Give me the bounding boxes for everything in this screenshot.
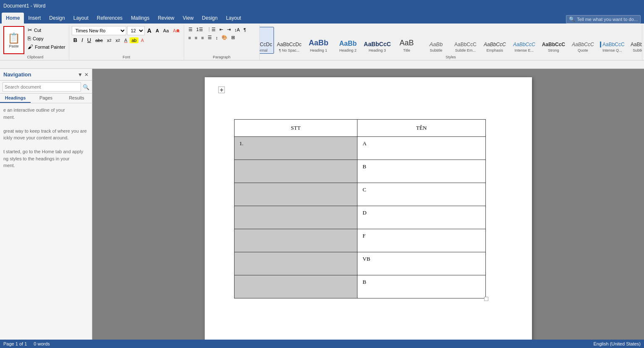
table-cell-name-0[interactable]: A [357,137,485,160]
table-cell-name-1[interactable]: B [357,160,485,183]
bold-button[interactable]: B [72,36,79,44]
font-case-button[interactable]: Aa [162,27,170,34]
ribbon-tab-layout2[interactable]: Layout [222,13,245,24]
table-cell-stt-1[interactable] [234,160,357,183]
ribbon-tab-design2[interactable]: Design [198,13,222,24]
paragraph-group-label: Paragraph [184,55,259,59]
ribbon-tab-mailings[interactable]: Mailings [127,13,154,24]
tell-me-wrapper[interactable]: 🔍 Tell me what you want to do... [566,15,641,24]
font-color-button[interactable]: A [123,37,129,44]
table-cell-stt-2[interactable] [234,183,357,206]
show-marks-button[interactable]: ¶ [242,26,248,33]
style-item-title[interactable]: AaBTitle [392,27,421,54]
table-cell-name-2[interactable]: C [357,183,485,206]
nav-tab-results[interactable]: Results [61,94,92,103]
font-grow-button[interactable]: A [146,26,153,35]
table-move-handle[interactable]: ✛ [218,86,225,93]
clear-format-button[interactable]: A⬤ [171,27,181,34]
table-header-row: STT TÊN [234,120,485,137]
ribbon-tab-references[interactable]: References [93,13,127,24]
style-item-h2[interactable]: AaBbHeading 2 [334,27,362,54]
table-resize-handle[interactable] [484,297,488,301]
underline-button[interactable]: U [86,36,93,44]
nav-tab-pages[interactable]: Pages [31,94,61,103]
style-item-h1[interactable]: AaBbHeading 1 [304,27,333,54]
styles-group: AaBbCcDc¶ NormalAaBbCcDc¶ No Spac...AaBb… [260,25,642,60]
numbering-button[interactable]: 1☰ [195,26,205,33]
cut-button[interactable]: ✂ Cut [26,26,67,34]
style-preview-quote: AaBbCcC [572,42,594,47]
ribbon-tab-view[interactable]: View [179,13,198,24]
sort-button[interactable]: ↕A [233,26,242,33]
nav-content-line2: ment. [3,114,89,121]
ribbon-tab-review[interactable]: Review [154,13,178,24]
nav-search-button[interactable]: 🔍 [83,84,89,90]
style-item-intense-q[interactable]: AaBbCcCIntense Q... [598,27,626,54]
style-item-nospace[interactable]: AaBbCcDc¶ No Spac... [275,27,303,54]
nav-search-input[interactable] [3,82,81,92]
table-cell-name-3[interactable]: D [357,206,485,229]
table-cell-stt-4[interactable] [234,229,357,252]
ribbon-tab-layout[interactable]: Layout [69,13,93,24]
ribbon-tabs: HomeInsertDesignLayoutReferencesMailings… [0,12,563,24]
subscript-button[interactable]: x2 [105,37,113,44]
paste-button[interactable]: 📋 Paste [3,26,24,54]
style-label-strong: Strong [548,48,559,52]
style-label-title: Title [403,48,410,52]
table-cell-stt-5[interactable] [234,252,357,275]
style-label-subtitle: Subtitle [430,48,442,52]
status-bar: Page 1 of 1 0 words English (United Stat… [0,340,644,348]
table-cell-name-6[interactable]: B [357,275,485,298]
font-color2-button[interactable]: A [139,37,146,44]
ribbon-tab-insert[interactable]: Insert [24,13,45,24]
strikethrough-button[interactable]: abc [94,37,104,44]
clipboard-group: 📋 Paste ✂ Cut ⎘ Copy 🖌 Format Painter Cl… [2,25,69,60]
table-cell-stt-0[interactable]: 1. [234,137,357,160]
shading-button[interactable]: 🎨 [220,34,229,41]
table-cell-stt-3[interactable] [234,206,357,229]
nav-pane-title: Navigation [3,71,31,78]
style-item-quote[interactable]: AaBbCcCQuote [568,27,597,54]
line-spacing-button[interactable]: ↕ [214,34,220,41]
borders-button[interactable]: ⊞ [229,34,237,41]
multilevel-button[interactable]: ⋮☰ [205,26,217,33]
ribbon-tabs-row: HomeInsertDesignLayoutReferencesMailings… [0,12,644,24]
copy-button[interactable]: ⎘ Copy [26,34,67,42]
copy-label: Copy [33,36,44,41]
style-item-subtle[interactable]: AaBbCcCSubtle Em... [451,27,480,54]
align-right-button[interactable]: ≡ [199,34,205,41]
font-size-select[interactable]: 12 [127,26,145,35]
table-cell-name-4[interactable]: F [357,229,485,252]
styles-group-label: Styles [260,55,642,59]
table-cell-name-5[interactable]: VB [357,252,485,275]
style-item-subtle-ref[interactable]: AaBbCcCSubtle Ref [627,27,642,54]
format-painter-button[interactable]: 🖌 Format Painter [26,43,67,51]
decrease-indent-button[interactable]: ⇤ [218,26,225,33]
table-cell-stt-6[interactable] [234,275,357,298]
nav-pane-close-button[interactable]: ✕ [84,72,89,78]
style-item-subtitle[interactable]: AaBbSubtitle [422,27,450,54]
font-family-select[interactable]: Times New Ro [72,26,126,35]
align-center-button[interactable]: ≡ [193,34,199,41]
ribbon-tab-home[interactable]: Home [2,13,24,24]
nav-tab-headings[interactable]: Headings [0,94,31,103]
table-row: F [234,229,485,252]
style-item-strong[interactable]: AaBbCcCStrong [539,27,568,54]
increase-indent-button[interactable]: ⇥ [225,26,232,33]
style-preview-emphasis: AaBbCcC [484,42,506,47]
nav-content-line5: ickly move your content around. [3,134,89,141]
font-shrink-button[interactable]: A [154,27,161,34]
highlight-button[interactable]: ab [130,37,138,43]
cut-label: Cut [34,28,41,33]
bullets-button[interactable]: ☰ [187,26,194,33]
style-item-h3[interactable]: AaBbCcCHeading 3 [363,27,391,54]
style-item-normal[interactable]: AaBbCcDc¶ Normal [260,27,274,54]
align-left-button[interactable]: ≡ [187,34,193,41]
style-item-emphasis[interactable]: AaBbCcCEmphasis [480,27,509,54]
justify-button[interactable]: ☰ [206,34,214,41]
ribbon-tab-design[interactable]: Design [45,13,69,24]
nav-pane-pin-button[interactable]: ▼ [78,72,83,78]
italic-button[interactable]: I [80,36,85,44]
superscript-button[interactable]: x2 [114,37,122,44]
style-item-intense-e[interactable]: AaBbCcCIntense E... [510,27,538,54]
